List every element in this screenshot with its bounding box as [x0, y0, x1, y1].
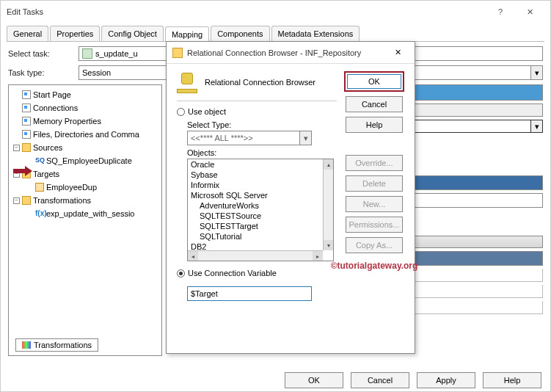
tree-memory[interactable]: Memory Properties	[10, 115, 160, 128]
dialog-new-button[interactable]: New...	[346, 196, 403, 212]
dialog-close-icon[interactable]: ✕	[387, 48, 409, 57]
list-item[interactable]: SQLTESTTarget	[188, 221, 333, 231]
connection-browser-dialog: Relational Connection Browser - INF_Repo…	[166, 41, 415, 354]
cancel-button[interactable]: Cancel	[351, 372, 409, 388]
radio-icon	[177, 108, 185, 116]
dialog-ok-button[interactable]: OK	[347, 74, 401, 89]
list-item[interactable]: SQLTESTSource	[188, 211, 333, 221]
dialog-override-button[interactable]: Override...	[346, 155, 403, 171]
scroll-down-icon[interactable]: ▾	[324, 240, 334, 250]
bottom-tab-transformations[interactable]: Transformations	[15, 338, 98, 352]
tab-metadata-extensions[interactable]: Metadata Extensions	[271, 26, 360, 41]
connection-variable-input[interactable]	[187, 286, 312, 301]
tab-mapping[interactable]: Mapping	[165, 26, 209, 42]
tree-exp-update[interactable]: f(x)exp_update_with_sessio	[10, 207, 160, 220]
objects-listbox[interactable]: Oracle Sybase Informix Microsoft SQL Ser…	[187, 159, 334, 261]
tree-employeedup[interactable]: EmployeeDup	[10, 181, 160, 194]
scrollbar-vertical[interactable]: ▴ ▾	[323, 159, 333, 250]
dialog-copyas-button[interactable]: Copy As...	[346, 237, 403, 253]
help-button[interactable]: Help	[483, 372, 541, 388]
select-task-label: Select task:	[8, 49, 74, 58]
list-item[interactable]: Sybase	[188, 170, 333, 180]
select-type-combo[interactable]: <<**** ALL ****>> ▾	[187, 131, 312, 145]
mapping-tree[interactable]: Start Page Connections Memory Properties…	[8, 84, 162, 356]
tab-general[interactable]: General	[7, 26, 48, 41]
database-icon	[177, 71, 197, 93]
session-icon	[82, 48, 92, 59]
scroll-left-icon[interactable]: ◂	[188, 251, 198, 261]
dialog-cancel-button[interactable]: Cancel	[346, 96, 403, 112]
use-conn-var-radio[interactable]: Use Connection Variable	[177, 269, 337, 277]
scroll-right-icon[interactable]: ▸	[313, 251, 323, 261]
scroll-up-icon[interactable]: ▴	[324, 159, 334, 170]
help-icon[interactable]: ?	[486, 1, 515, 22]
select-task-value: s_update_u	[95, 49, 138, 58]
tab-config-object[interactable]: Config Object	[101, 26, 164, 41]
footer-buttons: OK Cancel Apply Help	[285, 372, 541, 388]
list-item[interactable]: Oracle	[188, 159, 333, 170]
main-titlebar: Edit Tasks ? ✕	[1, 1, 550, 23]
ok-button[interactable]: OK	[285, 372, 343, 388]
apply-button[interactable]: Apply	[417, 372, 475, 388]
chevron-down-icon: ▾	[530, 120, 542, 132]
main-title: Edit Tasks	[7, 7, 486, 16]
tree-sources[interactable]: −Sources	[10, 141, 160, 154]
dialog-icon	[172, 48, 183, 58]
dialog-permissions-button[interactable]: Permissions...	[346, 217, 403, 233]
close-icon[interactable]: ✕	[515, 1, 544, 22]
ok-highlight: OK	[344, 71, 404, 92]
list-item[interactable]: SQLTutorial	[188, 231, 333, 242]
task-type-value: Session	[82, 68, 111, 77]
tree-transformations[interactable]: −Transformations	[10, 194, 160, 207]
chevron-down-icon: ▾	[299, 131, 311, 145]
scrollbar-horizontal[interactable]: ◂ ▸	[188, 250, 323, 261]
use-object-radio[interactable]: Use object	[177, 107, 337, 116]
dialog-help-button[interactable]: Help	[346, 117, 403, 133]
dialog-delete-button[interactable]: Delete	[346, 175, 403, 192]
radio-icon	[177, 269, 185, 277]
watermark-text: ©tutorialgateway.org	[331, 261, 418, 271]
tree-connections[interactable]: Connections	[10, 101, 160, 115]
list-item[interactable]: Microsoft SQL Server	[188, 190, 333, 200]
transformations-icon	[22, 341, 31, 349]
select-type-label: Select Type:	[187, 120, 337, 129]
annotation-arrow	[13, 166, 34, 176]
tab-properties[interactable]: Properties	[50, 26, 100, 41]
list-item[interactable]: Informix	[188, 180, 333, 190]
task-type-label: Task type:	[8, 68, 74, 77]
dialog-title: Relational Connection Browser - INF_Repo…	[187, 48, 387, 57]
objects-label: Objects:	[187, 148, 337, 157]
tree-files[interactable]: Files, Directories and Comma	[10, 128, 160, 141]
main-tabs: General Properties Config Object Mapping…	[7, 26, 544, 42]
list-item[interactable]: AdventureWorks	[188, 200, 333, 211]
dialog-subtitle: Relational Connection Browser	[205, 78, 315, 87]
chevron-down-icon: ▾	[530, 66, 542, 79]
tab-components[interactable]: Components	[211, 26, 269, 41]
tree-start-page[interactable]: Start Page	[10, 88, 160, 101]
